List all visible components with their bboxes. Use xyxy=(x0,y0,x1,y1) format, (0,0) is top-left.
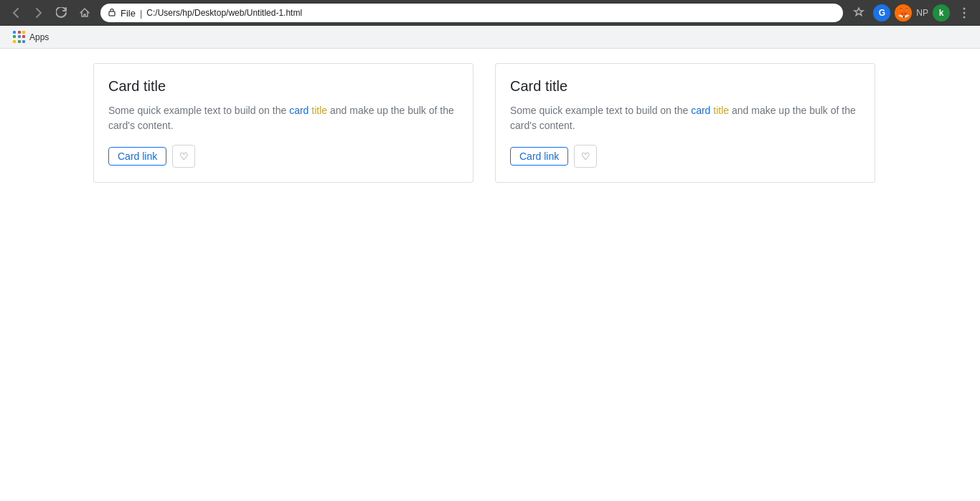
back-button[interactable] xyxy=(6,3,26,23)
card-2-actions: Card link ♡ xyxy=(510,145,860,168)
apps-bookmark[interactable]: Apps xyxy=(9,28,53,47)
nav-buttons xyxy=(6,3,95,23)
chrome-menu-button[interactable] xyxy=(954,3,974,23)
card-1-link-button[interactable]: Card link xyxy=(108,147,166,166)
browser-actions: G 🦊 NP k xyxy=(849,3,974,23)
svg-point-1 xyxy=(963,8,966,10)
card-2: Card title Some quick example text to bu… xyxy=(495,63,875,183)
card-2-text: Some quick example text to build on the … xyxy=(510,103,860,133)
card-2-heart-icon: ♡ xyxy=(581,151,590,162)
card-2-highlight-card: card xyxy=(691,105,710,116)
url-protocol: File xyxy=(121,8,136,19)
card-1-actions: Card link ♡ xyxy=(108,145,458,168)
card-1-heart-button[interactable]: ♡ xyxy=(172,145,195,168)
apps-label: Apps xyxy=(29,32,49,42)
reload-button[interactable] xyxy=(52,3,72,23)
address-bar[interactable]: File | C:/Users/hp/Desktop/web/Untitled-… xyxy=(100,4,843,22)
card-1: Card title Some quick example text to bu… xyxy=(93,63,473,183)
apps-grid-icon xyxy=(13,31,26,44)
card-2-heart-button[interactable]: ♡ xyxy=(574,145,597,168)
card-1-heart-icon: ♡ xyxy=(179,151,189,162)
avatar-g[interactable]: G xyxy=(873,4,890,22)
lock-icon xyxy=(108,8,116,18)
avatar-fox[interactable]: 🦊 xyxy=(895,4,912,22)
svg-point-3 xyxy=(963,16,966,19)
avatar-k[interactable]: k xyxy=(933,4,950,22)
url-separator: | xyxy=(140,8,142,19)
card-1-highlight-title: title xyxy=(311,105,327,116)
card-1-title: Card title xyxy=(108,78,458,95)
card-1-highlight-card: card xyxy=(289,105,308,116)
forward-button[interactable] xyxy=(29,3,49,23)
bookmarks-bar: Apps xyxy=(0,26,980,49)
page-content: Card title Some quick example text to bu… xyxy=(0,49,980,501)
card-1-text: Some quick example text to build on the … xyxy=(108,103,458,133)
card-2-link-button[interactable]: Card link xyxy=(510,147,568,166)
browser-chrome: File | C:/Users/hp/Desktop/web/Untitled-… xyxy=(0,0,980,26)
svg-point-2 xyxy=(963,12,966,14)
home-button[interactable] xyxy=(75,3,95,23)
url-path: C:/Users/hp/Desktop/web/Untitled-1.html xyxy=(146,8,302,18)
star-button[interactable] xyxy=(849,3,869,23)
card-2-title: Card title xyxy=(510,78,860,95)
card-2-highlight-title: title xyxy=(713,105,729,116)
avatar-np[interactable]: NP xyxy=(916,8,928,18)
svg-rect-0 xyxy=(109,11,115,16)
